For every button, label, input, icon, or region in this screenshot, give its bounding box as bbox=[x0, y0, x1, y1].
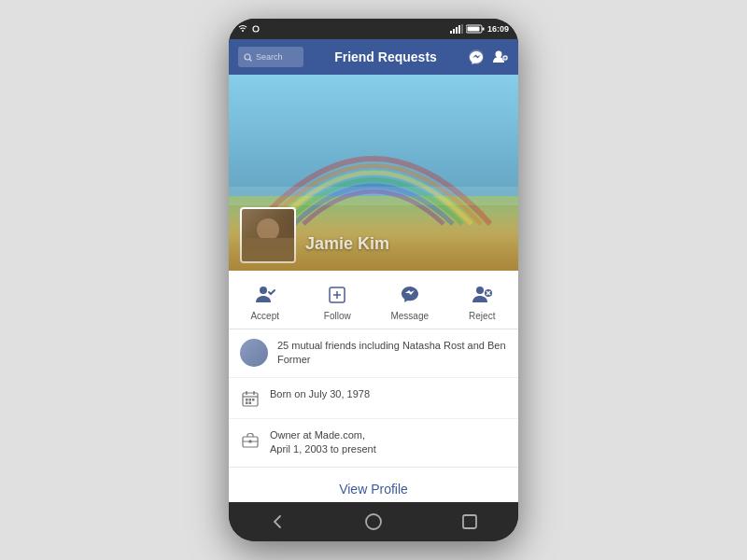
svg-rect-5 bbox=[461, 24, 463, 34]
fb-header: Search Friend Requests bbox=[229, 39, 518, 75]
accept-label: Accept bbox=[250, 311, 279, 321]
search-icon bbox=[244, 53, 252, 62]
reject-button[interactable]: Reject bbox=[446, 278, 519, 325]
svg-point-23 bbox=[476, 287, 484, 294]
svg-rect-38 bbox=[249, 440, 252, 442]
recents-icon bbox=[460, 512, 479, 531]
svg-rect-4 bbox=[458, 25, 460, 34]
work-text: Owner at Made.com,April 1, 2003 to prese… bbox=[270, 428, 376, 457]
cover-photo: Jamie Kim bbox=[229, 75, 518, 271]
svg-rect-18 bbox=[229, 187, 518, 205]
work-row: Owner at Made.com,April 1, 2003 to prese… bbox=[229, 419, 518, 467]
svg-rect-8 bbox=[467, 27, 479, 32]
action-buttons-row: Accept Follow bbox=[229, 271, 518, 329]
mutual-friend-avatar bbox=[240, 339, 268, 367]
message-icon bbox=[396, 282, 424, 308]
svg-point-19 bbox=[260, 287, 267, 294]
search-placeholder: Search bbox=[256, 52, 283, 62]
search-bar[interactable]: Search bbox=[238, 47, 303, 67]
time-display: 16:09 bbox=[487, 24, 509, 34]
info-section: 25 mutual friends including Natasha Rost… bbox=[229, 329, 518, 467]
back-icon bbox=[268, 512, 287, 531]
svg-rect-40 bbox=[463, 515, 476, 528]
phone-frame: 16:09 Search Friend Requests bbox=[229, 19, 518, 541]
svg-point-9 bbox=[245, 54, 250, 60]
profile-section: Jamie Kim bbox=[229, 215, 518, 271]
messenger-icon[interactable] bbox=[468, 49, 485, 65]
svg-rect-3 bbox=[456, 27, 458, 34]
recents-button[interactable] bbox=[458, 510, 482, 534]
birthday-text: Born on July 30, 1978 bbox=[270, 387, 370, 401]
view-profile-section: View Profile bbox=[229, 467, 518, 502]
mutual-friends-row: 25 mutual friends including Natasha Rost… bbox=[229, 329, 518, 378]
wifi-icon bbox=[238, 24, 247, 34]
calendar-icon bbox=[240, 388, 261, 409]
svg-rect-2 bbox=[453, 29, 455, 34]
home-icon bbox=[364, 512, 383, 531]
reject-icon bbox=[468, 282, 496, 308]
svg-rect-1 bbox=[450, 31, 452, 34]
svg-point-0 bbox=[242, 30, 244, 32]
status-bar: 16:09 bbox=[229, 19, 518, 39]
home-button[interactable] bbox=[361, 510, 386, 534]
svg-rect-31 bbox=[246, 399, 248, 401]
header-title: Friend Requests bbox=[303, 49, 468, 64]
profile-name: Jamie Kim bbox=[305, 234, 389, 263]
accept-icon bbox=[251, 282, 279, 308]
svg-rect-34 bbox=[246, 401, 248, 404]
status-icons-left bbox=[238, 24, 261, 34]
message-button[interactable]: Message bbox=[374, 278, 446, 325]
follow-icon bbox=[323, 282, 351, 308]
svg-rect-33 bbox=[252, 399, 255, 401]
briefcase-icon bbox=[240, 429, 261, 450]
follow-button[interactable]: Follow bbox=[302, 278, 374, 325]
accept-button[interactable]: Accept bbox=[229, 278, 302, 325]
header-icons bbox=[468, 49, 509, 65]
view-profile-button[interactable]: View Profile bbox=[339, 482, 408, 497]
phone-screen: Jamie Kim Accept bbox=[229, 75, 518, 502]
follow-label: Follow bbox=[324, 311, 351, 321]
bottom-nav bbox=[229, 502, 518, 541]
svg-rect-7 bbox=[482, 28, 484, 31]
signal-icon bbox=[450, 24, 463, 34]
svg-point-39 bbox=[366, 514, 381, 529]
svg-rect-32 bbox=[249, 399, 252, 401]
reject-label: Reject bbox=[469, 311, 495, 321]
svg-point-12 bbox=[496, 51, 502, 58]
card-panel: Accept Follow bbox=[229, 271, 518, 502]
birthday-row: Born on July 30, 1978 bbox=[229, 378, 518, 419]
friend-request-icon[interactable] bbox=[492, 49, 509, 65]
svg-rect-35 bbox=[249, 401, 252, 404]
mutual-friends-text: 25 mutual friends including Natasha Rost… bbox=[277, 339, 507, 368]
svg-line-10 bbox=[250, 59, 252, 61]
sync-icon bbox=[251, 24, 261, 34]
profile-avatar bbox=[240, 207, 296, 263]
cover-art bbox=[229, 75, 518, 271]
message-label: Message bbox=[390, 311, 429, 321]
battery-icon bbox=[466, 24, 485, 34]
back-button[interactable] bbox=[265, 510, 289, 534]
status-icons-right: 16:09 bbox=[450, 24, 509, 34]
